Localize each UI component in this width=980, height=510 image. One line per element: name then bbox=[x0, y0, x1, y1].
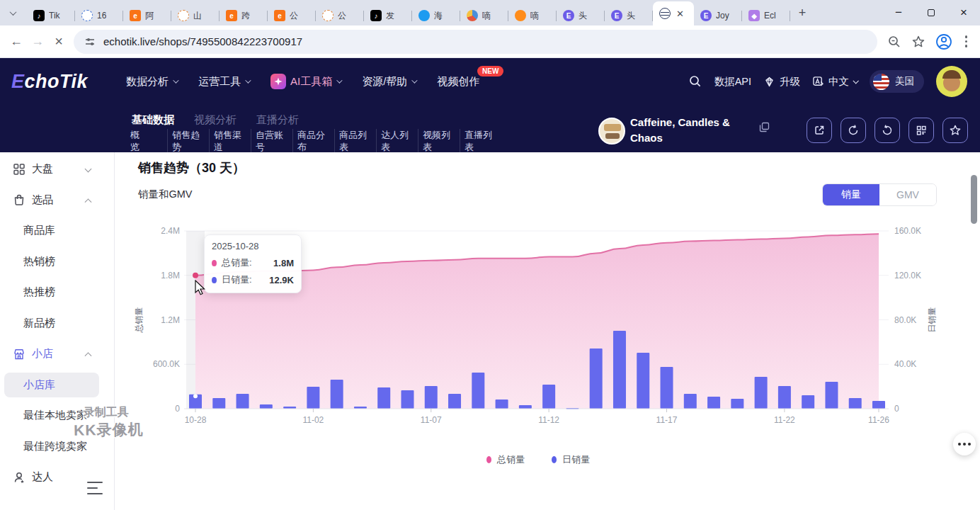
nav-item-3[interactable]: 资源/帮助 bbox=[362, 75, 416, 89]
browser-tab[interactable]: ◆Ecl bbox=[742, 6, 790, 26]
browser-tab[interactable]: e阿 bbox=[123, 6, 171, 26]
zoom-icon[interactable] bbox=[887, 35, 901, 49]
copy-icon[interactable] bbox=[759, 122, 770, 132]
qr-code-button[interactable] bbox=[908, 118, 934, 143]
stop-loading-button[interactable]: × bbox=[48, 31, 69, 52]
bar-11-09[interactable] bbox=[472, 373, 484, 409]
bar-11-10[interactable] bbox=[496, 400, 508, 409]
nav-item-2[interactable]: AI工具箱 bbox=[270, 74, 341, 89]
subnav-item-4[interactable]: 商品分 布 bbox=[293, 129, 335, 153]
language-selector[interactable]: 中文 bbox=[812, 75, 858, 89]
browser-tab[interactable]: 嘀 bbox=[508, 6, 557, 26]
subnav-item-3[interactable]: 自营账 号 bbox=[251, 129, 293, 153]
subnav-item-6[interactable]: 达人列 表 bbox=[377, 129, 418, 153]
subnav-item-7[interactable]: 视频列 表 bbox=[418, 129, 460, 153]
bar-11-17[interactable] bbox=[661, 367, 673, 409]
browser-profile-icon[interactable] bbox=[935, 33, 952, 50]
legend-item-总销量[interactable]: 总销量 bbox=[486, 453, 525, 466]
maximize-button[interactable] bbox=[915, 0, 947, 26]
subnav-item-1[interactable]: 销售趋 势 bbox=[168, 129, 210, 153]
browser-tab[interactable]: E头 bbox=[605, 6, 653, 26]
site-info-icon[interactable] bbox=[84, 35, 96, 48]
browser-tab[interactable]: 山 bbox=[171, 6, 220, 26]
bar-11-24[interactable] bbox=[825, 382, 838, 409]
bar-11-21[interactable] bbox=[755, 377, 768, 409]
nav-item-4[interactable]: 视频创作NEW bbox=[437, 75, 479, 89]
bar-11-12[interactable] bbox=[542, 385, 555, 409]
tab-search-button[interactable] bbox=[4, 4, 21, 21]
bar-11-05[interactable] bbox=[377, 387, 390, 409]
bar-11-26[interactable] bbox=[872, 401, 885, 409]
bar-11-07[interactable] bbox=[425, 386, 438, 409]
more-options-button[interactable] bbox=[953, 433, 976, 455]
subnav-item-0[interactable]: 概 览 bbox=[126, 129, 168, 153]
close-window-button[interactable]: × bbox=[947, 0, 980, 26]
page-scrollbar-thumb[interactable] bbox=[971, 175, 977, 224]
toggle-gmv-button[interactable]: GMV bbox=[879, 184, 936, 205]
forward-button[interactable]: → bbox=[27, 31, 48, 52]
minimize-button[interactable]: − bbox=[882, 0, 915, 26]
back-button[interactable]: ← bbox=[6, 31, 27, 52]
browser-tab[interactable]: e公 bbox=[268, 6, 316, 26]
region-selector[interactable]: 美国 bbox=[870, 70, 924, 93]
section-tab-0[interactable]: 基础数据 bbox=[132, 113, 174, 127]
bar-10-31[interactable] bbox=[260, 404, 273, 409]
sidebar-item-新品榜[interactable]: 新品榜 bbox=[0, 308, 106, 339]
bookmark-star-icon[interactable] bbox=[911, 35, 925, 49]
user-avatar[interactable] bbox=[936, 66, 967, 97]
bar-11-20[interactable] bbox=[731, 399, 743, 409]
section-tab-2[interactable]: 直播分析 bbox=[256, 113, 299, 127]
nav-item-0[interactable]: 数据分析 bbox=[126, 75, 177, 89]
browser-tab[interactable]: E头 bbox=[557, 6, 605, 26]
data-api-link[interactable]: 数据API bbox=[714, 75, 751, 89]
bar-11-22[interactable] bbox=[778, 386, 791, 409]
browser-tab[interactable]: 嘀 bbox=[460, 6, 508, 26]
echotik-logo[interactable]: EchoTik bbox=[11, 71, 88, 93]
open-shop-external-button[interactable] bbox=[807, 118, 832, 143]
section-tab-1[interactable]: 视频分析 bbox=[194, 113, 237, 127]
bar-10-29[interactable] bbox=[212, 398, 225, 409]
sidebar-item-商品库[interactable]: 商品库 bbox=[0, 215, 106, 246]
bar-11-15[interactable] bbox=[613, 331, 626, 409]
bar-11-23[interactable] bbox=[802, 395, 814, 409]
close-tab-icon[interactable]: ✕ bbox=[676, 8, 684, 19]
browser-tab[interactable]: 海 bbox=[412, 6, 460, 26]
bar-11-06[interactable] bbox=[401, 390, 414, 409]
search-icon[interactable] bbox=[688, 74, 702, 89]
browser-menu-icon[interactable] bbox=[962, 35, 971, 47]
upgrade-link[interactable]: 升级 bbox=[763, 75, 800, 89]
nav-item-1[interactable]: 运营工具 bbox=[198, 75, 249, 89]
sidebar-group-大盘[interactable]: 大盘 bbox=[0, 154, 106, 185]
subnav-item-8[interactable]: 直播列 表 bbox=[460, 129, 502, 153]
address-bar[interactable]: echotik.live/shops/7495500842223700917 bbox=[74, 30, 877, 54]
bar-11-19[interactable] bbox=[707, 397, 720, 409]
sidebar-item-热推榜[interactable]: 热推榜 bbox=[0, 277, 106, 308]
browser-tab[interactable]: 公 bbox=[316, 6, 364, 26]
favorite-shop-button[interactable] bbox=[942, 118, 968, 143]
sidebar-item-小店库[interactable]: 小店库 bbox=[0, 370, 106, 401]
bar-11-25[interactable] bbox=[849, 398, 862, 409]
sidebar-item-热销榜[interactable]: 热销榜 bbox=[0, 246, 106, 278]
browser-tab[interactable]: ♪Tik bbox=[27, 6, 75, 26]
bar-11-16[interactable] bbox=[637, 353, 649, 409]
toggle-sales-button[interactable]: 销量 bbox=[823, 184, 879, 205]
bar-11-11[interactable] bbox=[519, 405, 532, 409]
subnav-item-5[interactable]: 商品列 表 bbox=[335, 129, 377, 153]
browser-tab[interactable]: e跨 bbox=[220, 6, 268, 26]
browser-tab[interactable]: 16 bbox=[75, 6, 123, 26]
collapse-sidebar-button[interactable] bbox=[87, 482, 103, 494]
browser-tab[interactable]: EJoy bbox=[694, 6, 742, 26]
refresh-data-button[interactable] bbox=[841, 118, 866, 143]
bar-11-03[interactable] bbox=[331, 380, 343, 409]
history-compare-button[interactable] bbox=[874, 118, 900, 143]
new-tab-button[interactable]: + bbox=[793, 4, 811, 22]
browser-tab[interactable]: ♪发 bbox=[364, 6, 412, 26]
legend-item-日销量[interactable]: 日销量 bbox=[552, 453, 590, 466]
sidebar-group-选品[interactable]: 选品 bbox=[0, 185, 106, 216]
subnav-item-2[interactable]: 销售渠 道 bbox=[210, 129, 251, 153]
bar-11-08[interactable] bbox=[448, 394, 461, 409]
sidebar-group-小店[interactable]: 小店 bbox=[0, 339, 106, 370]
bar-11-02[interactable] bbox=[307, 387, 319, 409]
bar-11-18[interactable] bbox=[684, 394, 697, 409]
bar-10-30[interactable] bbox=[237, 394, 249, 409]
